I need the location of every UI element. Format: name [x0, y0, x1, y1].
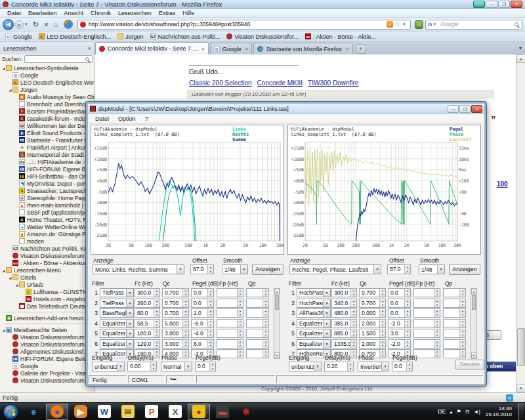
- delay-spinner[interactable]: 0.00▲▼: [127, 362, 157, 371]
- home-icon[interactable]: ⌂: [54, 20, 58, 29]
- bookmark-toolbar-item[interactable]: Jürgen: [115, 33, 146, 40]
- pegel-spinner[interactable]: -2.0▲▼: [388, 319, 411, 328]
- qp-spinner[interactable]: ▲▼: [246, 299, 269, 308]
- fc-spinner[interactable]: 340.0▲▼: [331, 299, 357, 308]
- fc-spinner[interactable]: 300.0▲▼: [331, 288, 357, 297]
- signature-link[interactable]: Classic 200 Selection: [189, 79, 252, 87]
- pegel-spinner[interactable]: 0.0▲▼: [388, 288, 411, 297]
- fc-spinner[interactable]: 300.0▲▼: [135, 288, 160, 297]
- filter-type-select[interactable]: AllPass360▼: [297, 308, 331, 318]
- qp-spinner[interactable]: ▲▼: [443, 329, 466, 338]
- aero-extra-icon[interactable]: [473, 1, 485, 8]
- tab[interactable]: ● Startseite von Mozilla Firefox ×: [253, 43, 352, 54]
- bookmark-item[interactable]: FR Startseite - Frankfurter Ru...: [0, 136, 94, 144]
- bookmark-item[interactable]: SB5F.pdf (application/pdf...: [0, 209, 94, 216]
- bookmark-item[interactable]: S Strassacker: Lautsprecher: [0, 187, 94, 194]
- fp-spinner[interactable]: ▲▼: [217, 319, 243, 328]
- bookmark-item[interactable]: L LEO Deutsch-Englisches Wörte...: [0, 79, 94, 86]
- taskbar-app-button[interactable]: ▬: [211, 404, 234, 420]
- new-tab-button[interactable]: +: [356, 44, 366, 54]
- show-desktop-button[interactable]: [518, 403, 524, 420]
- bookmark-item[interactable]: G Google: [0, 72, 94, 79]
- dspmodul-titlebar[interactable]: dspModul - [C:\Users\JW\Desktop\Jürgen\B…: [88, 104, 484, 114]
- search-engine-dropdown-icon[interactable]: ▼: [432, 22, 436, 26]
- pegel-spinner[interactable]: 6.0▲▼: [191, 339, 214, 348]
- network-icon[interactable]: ⊟: [465, 409, 470, 415]
- filter-type-select[interactable]: Equalizer▼: [100, 329, 134, 338]
- dsp-maximize-button[interactable]: ❐: [459, 105, 471, 113]
- bookmark-item[interactable]: Visaton Diskussionsforum -: [0, 252, 94, 259]
- bookmark-item[interactable]: HF HIFI-FORUM: Eigene Beitr...: [0, 355, 94, 362]
- menu-item[interactable]: Hilfe: [179, 10, 198, 16]
- bookmark-toolbar-item[interactable]: L LEO Deutsch-Englisch...: [36, 33, 114, 40]
- url-bar[interactable]: http://www.visaton.de/vb/showthread.php?…: [77, 20, 411, 30]
- filter-type-select[interactable]: BassRegler▼: [100, 308, 134, 318]
- fc-spinner[interactable]: 480.0▲▼: [331, 308, 357, 318]
- scroll-up-icon[interactable]: ▲: [274, 289, 280, 295]
- tray-expand-icon[interactable]: ▴: [450, 409, 452, 415]
- bookmark-item[interactable]: ◢ Lesezeichen-Menü: [0, 266, 94, 274]
- maximize-button[interactable]: ❐: [498, 1, 510, 8]
- scroll-up-icon[interactable]: ▲: [471, 289, 476, 295]
- qp-spinner[interactable]: ▲▼: [443, 299, 466, 308]
- bookmark-item[interactable]: Brennholz und Brennholzte...: [0, 100, 94, 108]
- expand-arrow-icon[interactable]: ◢: [1, 328, 6, 332]
- bookmark-item[interactable]: G Google: [0, 362, 94, 369]
- taskbar-app-button[interactable]: P: [140, 404, 163, 420]
- scroll-down-icon[interactable]: ▼: [471, 352, 476, 358]
- menu-item[interactable]: Lesezeichen: [115, 10, 155, 16]
- tab[interactable]: Concorde Mk3 teilaktiv - Seite 7 ... ×: [95, 42, 209, 54]
- dsp-menu-item[interactable]: Datei: [91, 116, 114, 122]
- pegel-spinner[interactable]: -2.0▲▼: [388, 339, 411, 348]
- minimize-button[interactable]: —: [486, 1, 497, 8]
- tab-close-icon[interactable]: ×: [201, 46, 205, 52]
- eingang-pegel-spinner[interactable]: 0.0▲▼: [392, 362, 413, 371]
- taskbar-app-button[interactable]: ●: [46, 404, 68, 420]
- fc-spinner[interactable]: 100.0▲▼: [135, 329, 160, 338]
- firefox-logo-icon[interactable]: [64, 20, 73, 29]
- qp-spinner[interactable]: ▲▼: [246, 319, 269, 328]
- search-engine-icon[interactable]: G: [428, 22, 432, 28]
- qc-spinner[interactable]: 5.000▲▼: [162, 319, 189, 328]
- qp-spinner[interactable]: ▲▼: [246, 308, 269, 318]
- bookmark-item[interactable]: C casakustik-forum - Index: [0, 115, 94, 122]
- bookmark-item[interactable]: ⌂ Internetportal der Stadt H...: [0, 151, 94, 158]
- bookmark-item[interactable]: E Elliott Sound Products - T...: [0, 129, 94, 136]
- anzeigen-button[interactable]: Anzeigen: [252, 264, 284, 275]
- scroll-down-icon[interactable]: ▼: [516, 384, 525, 392]
- sidebar-close-icon[interactable]: ×: [88, 45, 91, 52]
- qp-spinner[interactable]: ▲▼: [443, 349, 466, 358]
- bookmark-item[interactable]: ✚ Lesezeichen-Add-ons herun...: [0, 314, 94, 322]
- bookmark-item[interactable]: uo : Aktien - Börse - Aktienkurs...: [0, 259, 94, 266]
- bookmark-item[interactable]: * Boxsim Projektdatenbank: [0, 108, 94, 115]
- bookmark-item[interactable]: W Willkommen bei der Degu...: [0, 122, 94, 129]
- expand-arrow-icon[interactable]: ◢: [1, 66, 6, 70]
- taskbar-app-button[interactable]: X: [164, 404, 186, 420]
- firefox-titlebar[interactable]: Concorde Mk3 teilaktiv - Seite 7 - Visat…: [0, 0, 525, 9]
- reload-icon[interactable]: ↻: [33, 20, 39, 29]
- qp-spinner[interactable]: ▲▼: [246, 288, 269, 297]
- qc-spinner[interactable]: 0.700▲▼: [162, 308, 189, 318]
- phase-select[interactable]: Invertiert▼: [358, 362, 389, 371]
- bookmark-item[interactable]: ◢ Gisela: [0, 274, 94, 281]
- fp-spinner[interactable]: ▲▼: [217, 288, 243, 297]
- fp-spinner[interactable]: ▲▼: [413, 339, 440, 348]
- stop-icon[interactable]: ×: [44, 20, 48, 28]
- scrollbar-thumb[interactable]: [517, 328, 525, 366]
- qp-spinner[interactable]: ▲▼: [443, 319, 466, 328]
- quote-icon[interactable]: ”: [491, 114, 496, 125]
- menu-item[interactable]: Extras: [156, 10, 179, 16]
- remote-tray-icon[interactable]: ✕: [506, 394, 513, 402]
- filter-scrollbar[interactable]: ▲ ▼: [274, 288, 280, 359]
- menu-item[interactable]: Chronik: [87, 10, 114, 16]
- scrollbar-thumb[interactable]: [275, 295, 279, 310]
- bookmark-item[interactable]: A Home Theater, HDTV, Rec...: [0, 216, 94, 223]
- bookmark-item[interactable]: ☎ Das Telefonbuch Deutschl...: [0, 303, 94, 310]
- qc-spinner[interactable]: 2.000▲▼: [359, 339, 386, 348]
- menu-item[interactable]: Bearbeiten: [25, 10, 60, 16]
- tab-close-icon[interactable]: ×: [346, 46, 349, 52]
- taskbar-app-button[interactable]: ●: [188, 404, 210, 420]
- fp-spinner[interactable]: ▲▼: [413, 329, 440, 338]
- bookmark-item[interactable]: H Hotels.com - Angebote...: [0, 295, 94, 303]
- scrollbar-thumb[interactable]: [472, 295, 476, 310]
